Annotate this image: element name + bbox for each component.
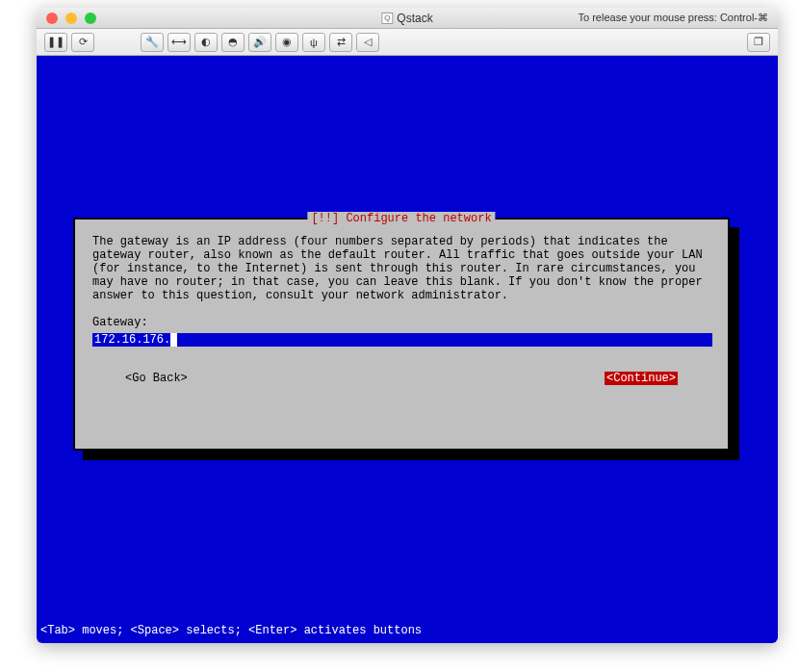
network-icon[interactable]: ⟷ bbox=[168, 33, 191, 52]
settings-icon[interactable]: 🔧 bbox=[141, 33, 164, 52]
toolbar: ❚❚ ⟳ 🔧 ⟷ ◐ ◓ 🔊 ◉ ψ ⇄ ◁ ❐ bbox=[37, 29, 778, 56]
continue-button[interactable]: <Continue> bbox=[605, 372, 678, 385]
app-icon: Q bbox=[381, 13, 393, 24]
configure-network-dialog: [!!] Configure the network The gateway i… bbox=[73, 218, 730, 451]
camera-icon[interactable]: ◉ bbox=[275, 33, 298, 52]
dialog-title: [!!] Configure the network bbox=[307, 212, 495, 225]
dialog-description: The gateway is an IP address (four numbe… bbox=[92, 235, 710, 302]
traffic-lights bbox=[37, 13, 96, 24]
mouse-release-hint: To release your mouse press: Control-⌘ bbox=[579, 12, 768, 24]
dialog-body: The gateway is an IP address (four numbe… bbox=[75, 220, 728, 397]
usb-icon[interactable]: ψ bbox=[302, 33, 325, 52]
dialog-buttons: <Go Back> <Continue> bbox=[92, 372, 710, 385]
title-bar: Q Qstack To release your mouse press: Co… bbox=[37, 8, 778, 29]
close-button[interactable] bbox=[46, 13, 58, 24]
input-cursor bbox=[170, 333, 177, 347]
mac-window: Q Qstack To release your mouse press: Co… bbox=[37, 8, 778, 643]
window-title-text: Qstack bbox=[397, 12, 432, 25]
disk-icon[interactable]: ◐ bbox=[194, 33, 218, 52]
share-icon[interactable]: ⇄ bbox=[329, 33, 352, 52]
gateway-input[interactable]: 172.16.176. bbox=[92, 333, 712, 347]
go-back-button[interactable]: <Go Back> bbox=[125, 372, 188, 385]
footer-hint: <Tab> moves; <Space> selects; <Enter> ac… bbox=[40, 624, 422, 637]
keyboard-icon[interactable]: ◁ bbox=[356, 33, 379, 52]
cd-icon[interactable]: ◓ bbox=[221, 33, 245, 52]
audio-icon[interactable]: 🔊 bbox=[248, 33, 271, 52]
minimize-button[interactable] bbox=[65, 13, 77, 24]
gateway-label: Gateway: bbox=[92, 316, 710, 329]
pause-button[interactable]: ❚❚ bbox=[44, 33, 67, 52]
fullscreen-button[interactable]: ❐ bbox=[747, 33, 770, 52]
vm-screen[interactable]: [!!] Configure the network The gateway i… bbox=[37, 56, 778, 643]
gateway-input-value: 172.16.176. bbox=[94, 333, 170, 347]
window-title: Q Qstack bbox=[381, 12, 432, 25]
restart-button[interactable]: ⟳ bbox=[71, 33, 94, 52]
maximize-button[interactable] bbox=[85, 13, 96, 24]
